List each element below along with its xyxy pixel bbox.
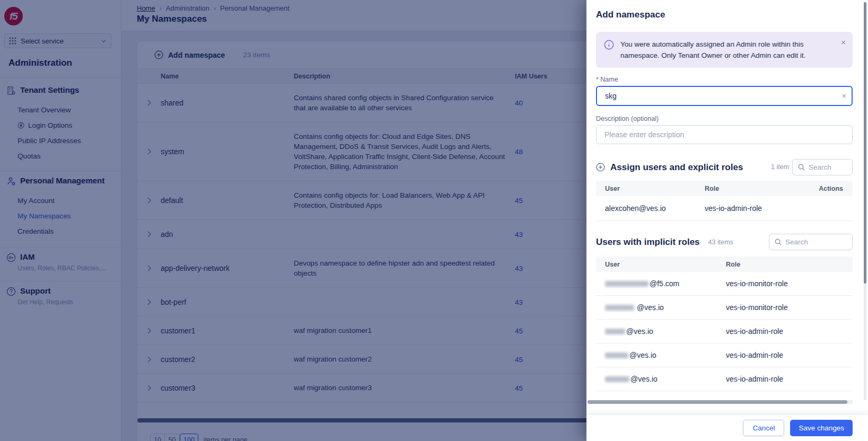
- add-namespace-drawer: Add namespace You were automatically ass…: [586, 0, 868, 441]
- drawer-vertical-scrollbar[interactable]: [864, 2, 866, 400]
- redacted-username: [605, 281, 648, 287]
- user-domain: @ves.io: [637, 303, 664, 312]
- plus-circle-icon[interactable]: [596, 163, 605, 172]
- modal-overlay[interactable]: [0, 0, 586, 441]
- explicit-roles-search: [792, 159, 853, 175]
- table-row: @ves.io ves-io-monitor-role: [596, 296, 853, 320]
- explicit-roles-title: Assign users and explicit roles: [610, 162, 743, 173]
- user-role: ves-io-monitor-role: [717, 303, 853, 312]
- implicit-search-input[interactable]: [785, 238, 847, 246]
- user-role: ves-io-admin-role: [717, 327, 853, 336]
- cancel-button[interactable]: Cancel: [743, 420, 784, 436]
- col-header-actions: Actions: [805, 185, 853, 192]
- col-header-user: User: [596, 185, 696, 192]
- implicit-roles-table: User Role @f5.com ves-io-monitor-role @v…: [596, 257, 853, 391]
- explicit-roles-section-header: Assign users and explicit roles 1 item: [596, 159, 853, 175]
- user-role: ves-io-admin-role: [717, 375, 853, 383]
- user-email: alexcohen@ves.io: [596, 204, 696, 213]
- drawer-horizontal-scrollbar[interactable]: [596, 400, 853, 404]
- name-field-wrap: ×: [596, 86, 853, 106]
- col-header-user: User: [596, 261, 717, 268]
- scrollbar-thumb[interactable]: [588, 400, 847, 404]
- implicit-roles-count: 43 items: [708, 239, 733, 246]
- drawer-title: Add namespace: [596, 10, 853, 20]
- name-field-label: * Name: [596, 76, 853, 83]
- implicit-roles-section-header: Users with implicit roles 43 items: [596, 234, 853, 250]
- redacted-username: [605, 376, 629, 382]
- user-role: ves-io-monitor-role: [717, 279, 853, 288]
- alert-message: You were automatically assigned an Admin…: [620, 39, 831, 61]
- implicit-roles-title: Users with implicit roles: [596, 237, 700, 248]
- table-header-row: User Role Actions: [596, 181, 853, 196]
- info-alert: You were automatically assigned an Admin…: [596, 32, 853, 68]
- redacted-username: [605, 329, 625, 334]
- col-header-role: Role: [696, 185, 805, 192]
- table-row: @ves.io ves-io-admin-role: [596, 320, 853, 343]
- save-changes-button[interactable]: Save changes: [790, 420, 853, 436]
- scrollbar-thumb[interactable]: [864, 2, 866, 284]
- table-header-row: User Role: [596, 257, 853, 272]
- table-row: @f5.com ves-io-monitor-role: [596, 272, 853, 296]
- user-role: ves-io-admin-role: [717, 351, 853, 359]
- alert-close-icon[interactable]: ×: [841, 38, 846, 47]
- implicit-roles-search: [769, 234, 853, 250]
- col-header-role: Role: [717, 261, 853, 268]
- user-domain: @ves.io: [626, 327, 653, 336]
- drawer-content: Add namespace You were automatically ass…: [586, 0, 853, 415]
- description-input[interactable]: [596, 125, 853, 144]
- search-icon: [775, 239, 782, 245]
- explicit-roles-table: User Role Actions alexcohen@ves.io ves-i…: [596, 181, 853, 221]
- user-domain: @ves.io: [630, 375, 657, 383]
- description-field-wrap: [596, 125, 853, 144]
- explicit-roles-count: 1 item: [771, 163, 792, 171]
- app-window: f5 Select service Administration Tenant …: [0, 0, 868, 441]
- info-icon: [604, 40, 614, 50]
- name-input[interactable]: [596, 86, 853, 106]
- table-row: alexcohen@ves.io ves-io-admin-role: [596, 196, 853, 221]
- drawer-footer: Cancel Save changes: [586, 415, 868, 441]
- user-domain: @f5.com: [650, 279, 679, 288]
- redacted-username: [605, 352, 628, 358]
- redacted-username: [605, 305, 634, 311]
- user-role: ves-io-admin-role: [696, 204, 805, 213]
- user-domain: @ves.io: [629, 351, 656, 359]
- search-icon: [798, 164, 805, 171]
- explicit-search-input[interactable]: [809, 163, 847, 171]
- table-row: @ves.io ves-io-admin-role: [596, 367, 853, 391]
- clear-input-icon[interactable]: ×: [842, 92, 846, 100]
- description-field-label: Description (optional): [596, 115, 853, 122]
- table-row: @ves.io ves-io-admin-role: [596, 343, 853, 367]
